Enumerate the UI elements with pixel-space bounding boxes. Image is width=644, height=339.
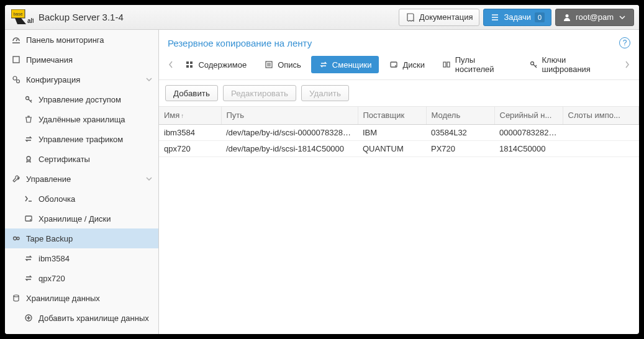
tab[interactable]: Опись (256, 56, 309, 73)
svg-rect-23 (447, 62, 450, 67)
tab-label: Содержимое (198, 60, 247, 70)
user-label: root@pam (576, 12, 614, 22)
tasks-button[interactable]: Задачи 0 (483, 9, 551, 26)
sidebar-item-label: qpx720 (39, 274, 65, 283)
svg-point-13 (14, 295, 19, 297)
db-icon (11, 293, 21, 303)
tab[interactable]: Диски (381, 56, 432, 73)
table-row[interactable]: ibm3584/dev/tape/by-id/scsi-000007832822… (159, 124, 639, 140)
help-icon[interactable]: ? (619, 37, 630, 48)
col-model[interactable]: Модель (426, 107, 494, 124)
sidebar-item[interactable]: Конфигурация (5, 70, 158, 89)
col-name[interactable]: Имя↑ (159, 107, 221, 124)
chevron-down-icon (617, 12, 627, 22)
app-header: base alt Backup Server 3.1-4 Документаци… (5, 5, 639, 30)
tab[interactable]: Сменщики (311, 56, 379, 73)
main-panel: Резервное копирование на ленту ? Содержи… (159, 30, 639, 334)
sidebar-item[interactable]: qpx720 (5, 268, 158, 288)
sidebar-item-label: Хранилище / Диски (39, 214, 111, 224)
svg-point-11 (14, 237, 17, 240)
svg-rect-18 (190, 65, 193, 68)
svg-text:alt: alt (27, 17, 34, 24)
swap-icon (24, 253, 34, 263)
sidebar-item-label: Конфигурация (26, 75, 80, 84)
tabbar: СодержимоеОписьСменщикиДискиПулы носител… (159, 53, 639, 80)
edit-button[interactable]: Редактировать (223, 85, 296, 101)
svg-point-12 (17, 237, 19, 240)
cell-serial: 1814C50000 (494, 140, 563, 156)
tab[interactable]: Пулы носителей (435, 56, 519, 73)
col-slots[interactable]: Слоты импо... (563, 107, 639, 124)
main-title-row: Резервное копирование на ленту ? (159, 30, 639, 53)
sidebar-item[interactable]: Хранилище данных (5, 288, 158, 308)
svg-point-6 (17, 80, 20, 83)
cell-name: qpx720 (159, 140, 221, 156)
sidebar-item[interactable]: Сертификаты (5, 149, 158, 169)
list-icon (264, 60, 274, 69)
svg-rect-22 (443, 62, 446, 67)
cell-slots (563, 140, 639, 156)
col-path[interactable]: Путь (221, 107, 358, 124)
svg-point-3 (566, 14, 569, 17)
tab-label: Сменщики (332, 60, 372, 70)
svg-point-10 (30, 219, 31, 220)
table-row[interactable]: qpx720/dev/tape/by-id/scsi-1814C50000QUA… (159, 140, 639, 156)
wrench-icon (11, 174, 21, 184)
key-icon (529, 60, 538, 69)
sidebar-item-label: Управление трафиком (39, 135, 123, 144)
cell-model: PX720 (426, 140, 494, 156)
sidebar-item[interactable]: ibm3584 (5, 248, 158, 268)
tab-label: Пулы носителей (455, 55, 512, 74)
sidebar-item[interactable]: Tape Backup (5, 228, 158, 248)
sidebar-item-label: Tape Backup (26, 234, 73, 243)
sidebar-item[interactable]: Хранилище / Диски (5, 209, 158, 228)
terminal-icon (24, 194, 34, 204)
disk-icon (24, 214, 34, 224)
cell-path: /dev/tape/by-id/scsi-1814C50000 (221, 140, 358, 156)
sidebar-item-label: Оболочка (39, 194, 75, 204)
cell-model: 03584L32 (426, 124, 494, 140)
tab[interactable]: Содержимое (177, 56, 254, 73)
tab-scroll-right[interactable] (621, 56, 634, 73)
sidebar-item-label: Панель мониторинга (26, 35, 104, 45)
cert-icon (24, 154, 34, 164)
add-button[interactable]: Добавить (165, 85, 218, 101)
cell-vendor: QUANTUM (358, 140, 426, 156)
list-icon (490, 12, 500, 22)
sidebar-item-label: Управление (26, 174, 71, 184)
docs-button[interactable]: Документация (399, 9, 480, 26)
svg-point-7 (26, 97, 29, 100)
sort-asc-icon: ↑ (181, 112, 184, 119)
tasks-label: Задачи (504, 12, 531, 22)
svg-rect-9 (25, 216, 32, 221)
tab-scroll-left[interactable] (164, 56, 177, 73)
plus-icon (24, 313, 34, 323)
svg-rect-4 (13, 56, 19, 63)
key-icon (24, 94, 34, 104)
sidebar-item[interactable]: Добавить хранилище данных (5, 308, 158, 328)
tab-label: Ключи шифрования (542, 55, 611, 74)
col-serial[interactable]: Серийный н... (494, 107, 563, 124)
app-window: base alt Backup Server 3.1-4 Документаци… (5, 5, 639, 334)
svg-rect-15 (186, 61, 189, 64)
note-icon (11, 55, 21, 65)
sidebar-item[interactable]: Оболочка (5, 189, 158, 209)
sidebar-item-label: Управление доступом (39, 95, 121, 104)
app-logo: base alt (10, 9, 35, 26)
cell-serial: 000007832822040 (494, 124, 563, 140)
sidebar-item[interactable]: Управление (5, 169, 158, 189)
sidebar: Панель мониторингаПримечанияКонфигурация… (5, 30, 159, 334)
data-grid[interactable]: Имя↑ Путь Поставщик Модель Серийный н...… (159, 107, 639, 334)
app-title: Backup Server 3.1-4 (39, 12, 124, 22)
user-menu-button[interactable]: root@pam (555, 9, 634, 26)
remove-button[interactable]: Удалить (301, 85, 349, 101)
sidebar-item[interactable]: Управление трафиком (5, 129, 158, 149)
sidebar-item[interactable]: Управление доступом (5, 89, 158, 109)
sidebar-item[interactable]: Панель мониторинга (5, 30, 158, 50)
svg-point-24 (531, 62, 534, 65)
tape-icon (11, 233, 21, 243)
sidebar-item[interactable]: Удалённые хранилища (5, 109, 158, 129)
tab[interactable]: Ключи шифрования (522, 56, 619, 73)
sidebar-item[interactable]: Примечания (5, 50, 158, 70)
col-vendor[interactable]: Поставщик (358, 107, 426, 124)
